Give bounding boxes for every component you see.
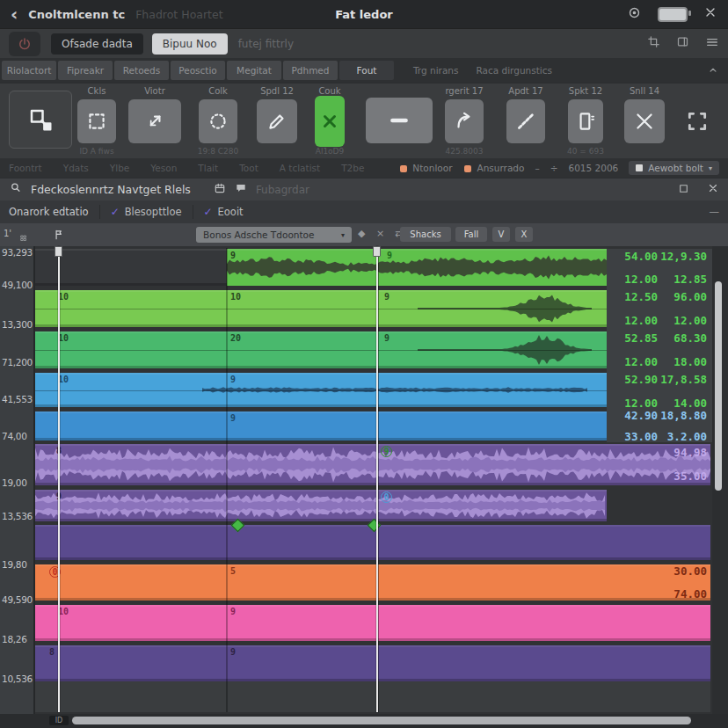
value-left: 12.00 [603, 314, 658, 327]
search-icon[interactable] [9, 181, 22, 198]
value-left [603, 587, 658, 601]
ruler-time-label: 19,80 [2, 559, 27, 570]
ruler-time-label: 74,00 [2, 431, 27, 441]
door-tool-button[interactable] [568, 99, 603, 143]
collapse-dash[interactable]: — [710, 206, 720, 218]
track-row-2[interactable]: 10109 [35, 290, 607, 327]
audio-clip[interactable] [227, 249, 607, 286]
track-row-10[interactable]: 109 [35, 605, 710, 641]
status-item-0[interactable]: Foontrt [9, 163, 42, 173]
powerbar-button-1[interactable]: Bipuu Noo [152, 33, 228, 55]
panel-icon[interactable] [676, 35, 689, 52]
mixer-toolbar: 1' Bonos Adsche Tdoontoe ▾ ◆×⇄ ShacksFal… [0, 223, 728, 246]
value-right: 12,9.30 [658, 250, 707, 263]
track-row-4[interactable]: 109 [35, 373, 607, 407]
playhead-handle-2[interactable] [373, 246, 381, 257]
time-ruler[interactable]: 93,29349,10013,30071,20041,55374,0019,00… [0, 246, 35, 714]
filter-check-1[interactable]: ✓Eooit [204, 206, 244, 218]
status-item-3[interactable]: Yeson [150, 163, 177, 173]
horizontal-scrollbar[interactable] [72, 717, 691, 724]
value-right: 3.2.00 [658, 430, 707, 443]
status-item-5[interactable]: Toot [239, 163, 258, 173]
tab-0[interactable]: Riolactort [2, 61, 56, 80]
status-item-1[interactable]: Ydats [63, 163, 89, 173]
dotted-circle-tool-button[interactable] [199, 99, 237, 143]
tab-6[interactable]: Fout [339, 61, 394, 80]
filter-divider [193, 205, 193, 219]
select-tool-tool-button[interactable] [9, 91, 72, 149]
close-panel-icon[interactable] [707, 181, 719, 198]
close-icon[interactable] [703, 5, 717, 23]
tool-label-8: Apdt 17 [498, 86, 554, 96]
value-right: 74.00 [658, 587, 707, 601]
status-dropdown[interactable]: Aewobt bolt ▾ [629, 161, 719, 175]
power-button[interactable] [9, 32, 40, 56]
vertical-scrollbar[interactable] [715, 281, 722, 491]
move-arrows-tool-button[interactable] [128, 99, 181, 143]
tab-3[interactable]: Peosctio [171, 61, 225, 80]
value-pair: 30.00 [603, 564, 710, 578]
filter-divider [99, 205, 100, 219]
back-button[interactable]: ‹ [11, 5, 18, 23]
menu-icon[interactable] [705, 35, 719, 53]
fullscreen-tool-button[interactable] [679, 101, 716, 142]
mixer-button-x[interactable]: X [515, 227, 533, 242]
value-pair: 12.0014.00 [603, 397, 710, 410]
tab-bar-text-1[interactable]: Raca dirgunstics [476, 65, 551, 76]
timeline-empty-area [35, 681, 710, 712]
value-left: 12.00 [603, 273, 658, 286]
ruler-time-label: 13,536 [2, 511, 33, 521]
track-row-11[interactable]: 89 [35, 645, 710, 681]
calendar-icon[interactable] [214, 181, 226, 198]
tab-2[interactable]: Retoeds [114, 61, 169, 80]
slope-tool-button[interactable] [506, 99, 545, 143]
status-item-6[interactable]: A tclatist [280, 163, 320, 173]
scroll-chip[interactable]: ID [49, 716, 69, 725]
track-row-5[interactable]: 9 [35, 411, 607, 440]
mixer-button-shacks[interactable]: Shacks [400, 227, 451, 242]
status-item-7[interactable]: T2be [341, 163, 364, 173]
flag-icon[interactable] [53, 228, 65, 244]
mixer-tool-icon-1[interactable]: × [376, 229, 384, 238]
sort-icon[interactable]: ÷ [550, 163, 558, 173]
curve-arrow-tool-button[interactable] [445, 99, 484, 143]
target-icon[interactable] [627, 5, 642, 24]
battery-icon [658, 7, 688, 22]
document-title: Fat ledor [335, 8, 393, 21]
pencil-tool-button[interactable] [257, 99, 297, 143]
track-row-3[interactable]: 10209 [35, 331, 607, 368]
status-item-4[interactable]: Tlait [198, 163, 218, 173]
mixer-button-fall[interactable]: Fall [455, 227, 487, 242]
waveform-centerline [35, 309, 607, 309]
filter-check-0[interactable]: ✓Blesopttloe [111, 206, 182, 218]
x-tool-button[interactable] [624, 99, 665, 143]
playhead-line-2[interactable] [376, 246, 378, 712]
tab-5[interactable]: Pdhmed [283, 61, 338, 80]
tool-label-3: Colk [190, 86, 246, 96]
preset-dropdown[interactable]: Bonos Adsche Tdoontoe ▾ [196, 227, 352, 243]
chat-icon[interactable] [235, 181, 247, 198]
powerbar-button-0[interactable]: Ofsade dadta [51, 33, 143, 55]
clip-index-badge: 20 [230, 333, 241, 343]
tool-sublabel-9: 40 = 693 [556, 147, 615, 156]
collapse-toolbar-icon[interactable] [707, 64, 719, 76]
cross-tool-button[interactable] [315, 96, 345, 147]
tool-label-5: Couk [306, 86, 353, 96]
value-right: 96.00 [658, 290, 707, 303]
tab-bar-text-0[interactable]: Trg nirans [413, 65, 458, 76]
mixer-tool-icon-0[interactable]: ◆ [358, 229, 365, 238]
minus-tool-button[interactable] [366, 98, 433, 143]
value-left [603, 470, 658, 483]
dashed-rect-tool-button[interactable] [77, 99, 116, 143]
playhead-line-1[interactable] [58, 246, 60, 712]
tab-4[interactable]: Megitat [227, 61, 281, 80]
mixer-button-v[interactable]: V [492, 227, 510, 242]
tab-1[interactable]: Fipreakr [58, 61, 113, 80]
playhead-handle-1[interactable] [55, 246, 62, 257]
clip-index-badge: 9 [230, 251, 236, 260]
crop-icon[interactable] [647, 35, 660, 52]
restore-icon[interactable] [678, 181, 689, 198]
track-row-7[interactable]: 90 [35, 490, 607, 521]
status-item-2[interactable]: Ylbe [110, 163, 129, 173]
track-row-1[interactable]: 99 [35, 249, 607, 286]
